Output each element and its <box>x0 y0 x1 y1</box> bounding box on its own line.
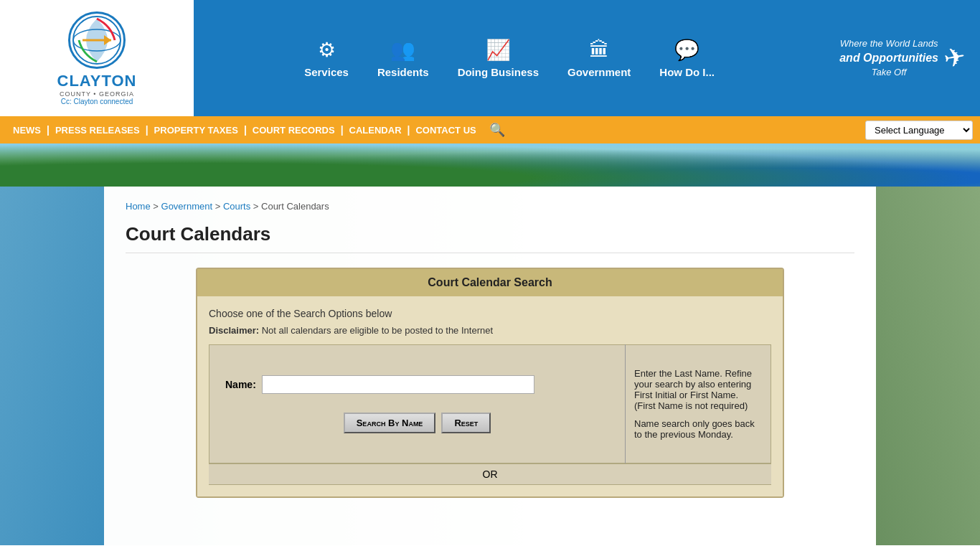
content-area: Home > Government > Courts > Court Calen… <box>104 187 876 545</box>
nav-link-calendar[interactable]: CALENDAR <box>344 125 407 136</box>
how-do-i-icon: 💬 <box>674 38 699 62</box>
services-label: Services <box>304 66 349 78</box>
logo-city: CLAYTON <box>57 72 137 90</box>
residents-icon: 👥 <box>390 38 415 62</box>
breadcrumb-government[interactable]: Government <box>161 201 213 212</box>
logo-tagline: Cc: Clayton connected <box>57 98 137 105</box>
hero-image <box>0 143 980 187</box>
orange-nav-bar: NEWS | PRESS RELEASES | PROPERTY TAXES |… <box>0 116 980 143</box>
promo-text: Where the World Lands and Opportunities … <box>839 37 938 80</box>
hint-line1: Enter the Last Name. Refine your search … <box>634 368 762 411</box>
disclaimer-text: Not all calendars are eligible to be pos… <box>262 325 493 336</box>
name-search-table: Name: Search By Name Reset Enter the La <box>209 344 771 463</box>
logo-area: CLAYTON COUNTY • GEORGIA Cc: Clayton con… <box>0 0 194 116</box>
search-instructions: Choose one of the Search Options below <box>209 308 771 319</box>
name-search-buttons: Search By Name Reset <box>225 413 609 433</box>
how-do-i-label: How Do I... <box>659 66 715 78</box>
services-icon: ⚙ <box>318 38 336 62</box>
orange-nav-links: NEWS | PRESS RELEASES | PROPERTY TAXES |… <box>7 122 865 138</box>
breadcrumb-current: Court Calendars <box>261 201 329 212</box>
site-header: CLAYTON COUNTY • GEORGIA Cc: Clayton con… <box>0 0 980 116</box>
disclaimer-label: Disclaimer: <box>209 325 259 336</box>
government-icon: 🏛 <box>589 38 609 62</box>
bg-overlay <box>0 143 980 187</box>
hint-line2: Name search only goes back to the previo… <box>634 418 762 440</box>
nav-doing-business[interactable]: 📈 Doing Business <box>458 38 539 78</box>
logo-county: COUNTY • GEORGIA <box>57 90 137 98</box>
breadcrumb-home[interactable]: Home <box>126 201 151 212</box>
plane-icon: ✈ <box>942 42 969 75</box>
name-search-left-cell: Name: Search By Name Reset <box>209 345 626 463</box>
court-calendar-search-box: Court Calendar Search Choose one of the … <box>196 268 784 498</box>
page-title: Court Calendars <box>126 223 854 253</box>
search-by-name-button[interactable]: Search By Name <box>344 413 436 433</box>
nav-link-contact-us[interactable]: CONTACT US <box>410 125 481 136</box>
search-box-title: Court Calendar Search <box>197 269 783 296</box>
search-disclaimer: Disclaimer: Not all calendars are eligib… <box>209 325 771 336</box>
residents-label: Residents <box>377 66 429 78</box>
doing-business-label: Doing Business <box>458 66 539 78</box>
nav-how-do-i[interactable]: 💬 How Do I... <box>659 38 715 78</box>
reset-button[interactable]: Reset <box>441 413 491 433</box>
search-box-body: Choose one of the Search Options below D… <box>197 296 783 496</box>
name-input[interactable] <box>262 375 534 394</box>
name-search-row: Name: Search By Name Reset Enter the La <box>209 345 771 463</box>
left-sidebar <box>0 187 104 545</box>
breadcrumb: Home > Government > Courts > Court Calen… <box>126 201 854 212</box>
logo: CLAYTON COUNTY • GEORGIA Cc: Clayton con… <box>57 11 137 105</box>
logo-circle <box>68 11 126 69</box>
main-nav: ⚙ Services 👥 Residents 📈 Doing Business … <box>304 38 715 78</box>
nav-link-court-records[interactable]: COURT RECORDS <box>247 125 341 136</box>
nav-services[interactable]: ⚙ Services <box>304 38 349 78</box>
right-sidebar <box>876 187 980 545</box>
nav-link-property-taxes[interactable]: PROPERTY TAXES <box>149 125 244 136</box>
nav-link-news[interactable]: NEWS <box>7 125 47 136</box>
doing-business-icon: 📈 <box>486 38 511 62</box>
nav-residents[interactable]: 👥 Residents <box>377 38 429 78</box>
nav-government[interactable]: 🏛 Government <box>567 38 631 78</box>
breadcrumb-courts[interactable]: Courts <box>223 201 250 212</box>
language-select[interactable]: Select Language English Spanish French K… <box>865 121 973 140</box>
search-icon[interactable]: 🔍 <box>489 122 505 138</box>
name-field-label: Name: <box>225 379 256 390</box>
or-divider: OR <box>209 463 771 485</box>
nav-link-press-releases[interactable]: PRESS RELEASES <box>50 125 146 136</box>
name-search-hint-cell: Enter the Last Name. Refine your search … <box>626 345 771 463</box>
government-label: Government <box>567 66 631 78</box>
main-content: Home > Government > Courts > Court Calen… <box>0 187 980 545</box>
main-nav-area: ⚙ Services 👥 Residents 📈 Doing Business … <box>194 0 825 116</box>
promo-area: Where the World Lands and Opportunities … <box>825 0 980 116</box>
